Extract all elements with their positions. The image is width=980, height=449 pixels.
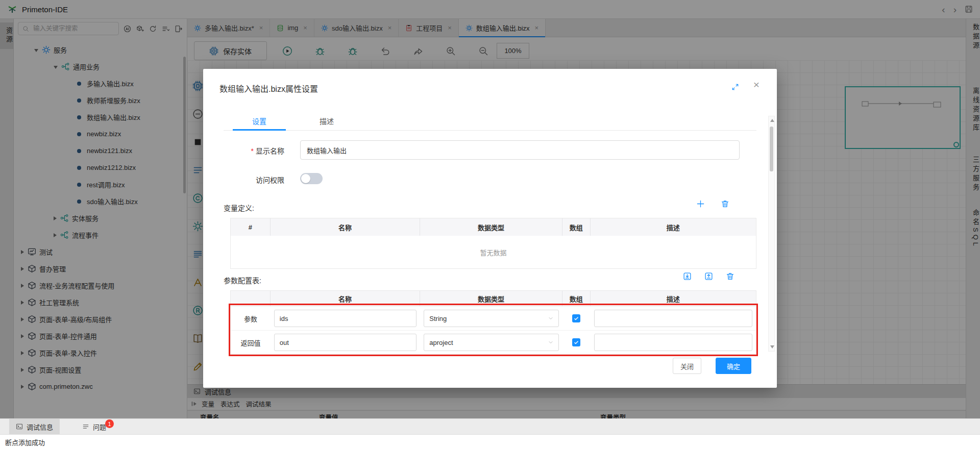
selected-type: String xyxy=(429,315,447,322)
import-icon[interactable] xyxy=(683,272,692,281)
terminal-icon xyxy=(16,423,23,430)
param-desc-input[interactable] xyxy=(594,334,752,351)
display-name-label: *显示名称 xyxy=(218,145,284,156)
scroll-up-icon[interactable] xyxy=(770,119,774,122)
trash-icon[interactable] xyxy=(721,199,729,208)
params-table-body: 参数String返回值aproject xyxy=(231,306,756,354)
app-root: Primeton-IDE ‹ › 资源 服务通用业务多输入输出.bizx教师新增… xyxy=(0,0,980,449)
param-type-select[interactable]: String xyxy=(424,310,558,327)
param-row-label: 参数 xyxy=(231,307,271,330)
list-icon xyxy=(82,423,89,430)
close-button[interactable]: 关闭 xyxy=(673,358,701,374)
column-header: # xyxy=(231,218,271,236)
scroll-thumb[interactable] xyxy=(770,127,773,171)
bottom-tab-bar: 调试信息 问题 1 xyxy=(0,418,980,434)
trash-icon[interactable] xyxy=(726,272,734,281)
dialog-tab-description[interactable]: 描述 xyxy=(293,116,360,126)
access-toggle[interactable] xyxy=(300,173,323,184)
variables-table-header: #名称数据类型数组描述 xyxy=(231,218,756,236)
params-table-header: 名称数据类型数组描述 xyxy=(231,291,756,306)
dialog-tab-settings[interactable]: 设置 xyxy=(226,116,293,126)
array-checkbox[interactable] xyxy=(572,338,580,346)
variables-empty-state: 暂无数据 xyxy=(231,236,756,268)
column-header: 数组 xyxy=(562,218,591,236)
column-header xyxy=(231,291,271,306)
dialog-scrollbar[interactable] xyxy=(768,116,775,352)
column-header: 描述 xyxy=(591,218,756,236)
column-header: 数据类型 xyxy=(420,218,562,236)
chevron-down-icon xyxy=(548,339,554,345)
column-header: 名称 xyxy=(271,218,420,236)
column-header: 数组 xyxy=(562,291,591,306)
problems-count-badge: 1 xyxy=(105,419,114,428)
close-icon[interactable]: × xyxy=(753,79,760,90)
chevron-down-icon xyxy=(548,315,554,321)
variables-section-label: 变量定义: xyxy=(224,203,254,213)
dialog-title: 数组输入输出.bizx属性设置 xyxy=(219,82,318,94)
params-section-label: 参数配置表: xyxy=(224,275,261,285)
param-name-input[interactable] xyxy=(274,334,416,351)
array-checkbox[interactable] xyxy=(572,314,580,322)
param-type-select[interactable]: aproject xyxy=(424,334,558,351)
status-bar: 断点添加成功 xyxy=(0,434,980,449)
column-header: 数据类型 xyxy=(420,291,562,306)
selected-type: aproject xyxy=(429,339,453,346)
required-mark: * xyxy=(251,147,254,155)
expand-icon[interactable] xyxy=(731,83,739,91)
display-name-input[interactable] xyxy=(300,140,740,160)
variables-actions xyxy=(696,199,729,208)
tab-debug-info[interactable]: 调试信息 xyxy=(9,419,60,434)
params-table: 名称数据类型数组描述 参数String返回值aproject xyxy=(230,290,756,355)
properties-dialog: 数组输入输出.bizx属性设置 × 设置 描述 *显示名称 访问权限 变量定义:… xyxy=(203,69,777,388)
status-message: 断点添加成功 xyxy=(5,437,45,447)
variables-table: #名称数据类型数组描述 暂无数据 xyxy=(230,218,756,269)
param-row-label: 返回值 xyxy=(231,331,271,354)
tab-divider xyxy=(224,130,756,131)
param-row: 参数String xyxy=(231,306,756,330)
export-icon[interactable] xyxy=(704,272,713,281)
param-row: 返回值aproject xyxy=(231,330,756,354)
scroll-down-icon[interactable] xyxy=(770,345,774,348)
ok-button[interactable]: 确定 xyxy=(716,358,751,374)
param-desc-input[interactable] xyxy=(594,310,752,327)
param-name-input[interactable] xyxy=(274,310,416,327)
params-actions xyxy=(683,272,734,281)
column-header: 名称 xyxy=(271,291,420,306)
column-header: 描述 xyxy=(591,291,756,306)
access-label: 访问权限 xyxy=(218,174,284,185)
active-tab-underline xyxy=(233,129,286,131)
add-icon[interactable] xyxy=(696,199,705,208)
